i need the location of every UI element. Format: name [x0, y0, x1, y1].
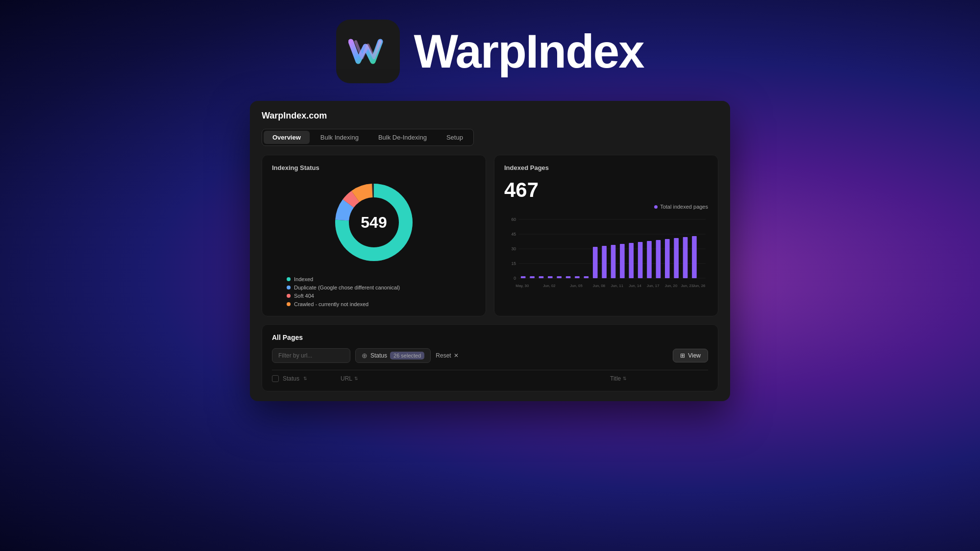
donut-container: 549 Indexed Duplicate (Google chose diff…: [272, 178, 476, 307]
all-pages-title: All Pages: [272, 334, 708, 341]
title-col-label: Title: [610, 375, 621, 382]
donut-legend: Indexed Duplicate (Google chose differen…: [272, 276, 476, 307]
chart-legend-label: Total indexed pages: [660, 204, 708, 210]
svg-rect-32: [674, 238, 679, 278]
svg-text:May, 30: May, 30: [515, 284, 529, 288]
svg-rect-16: [530, 276, 535, 278]
legend-item-indexed: Indexed: [287, 276, 476, 282]
app-icon: [336, 20, 400, 83]
svg-text:Jun, 26: Jun, 26: [693, 284, 706, 288]
legend-label-soft404: Soft 404: [294, 293, 314, 299]
svg-text:Jun, 17: Jun, 17: [647, 284, 659, 288]
legend-dot-soft404: [287, 294, 291, 298]
plus-icon: ⊕: [362, 352, 368, 359]
table-col-url: URL ⇅: [341, 375, 610, 382]
svg-rect-15: [521, 276, 526, 278]
status-col-label: Status: [283, 375, 299, 382]
tab-bulk-indexing[interactable]: Bulk Indexing: [312, 131, 368, 144]
legend-item-crawled: Crawled - currently not indexed: [287, 301, 476, 307]
reset-button[interactable]: Reset ✕: [436, 352, 458, 359]
svg-rect-29: [647, 241, 652, 278]
chart-legend-dot: [654, 205, 658, 209]
svg-rect-20: [566, 276, 571, 278]
svg-text:Jun, 02: Jun, 02: [543, 284, 555, 288]
svg-rect-31: [665, 239, 670, 278]
svg-rect-28: [638, 242, 643, 278]
tab-overview[interactable]: Overview: [264, 131, 310, 144]
svg-rect-30: [656, 240, 661, 278]
legend-dot-crawled: [287, 302, 291, 306]
svg-rect-18: [548, 276, 553, 278]
view-button[interactable]: ⊞ View: [673, 349, 708, 362]
dashboard-panel: WarpIndex.com Overview Bulk Indexing Bul…: [250, 101, 730, 401]
table-col-status: Status ⇅: [272, 375, 341, 382]
reset-x-icon: ✕: [454, 352, 459, 359]
filter-row: Filter by url... ⊕ Status 26 selected Re…: [272, 348, 708, 363]
legend-label-indexed: Indexed: [294, 276, 313, 282]
all-pages-panel: All Pages Filter by url... ⊕ Status 26 s…: [262, 324, 718, 391]
svg-text:45: 45: [512, 232, 516, 237]
url-filter-input[interactable]: Filter by url...: [272, 348, 350, 363]
svg-rect-26: [620, 244, 625, 278]
donut-chart-wrap: 549: [330, 178, 418, 266]
svg-text:Jun, 20: Jun, 20: [665, 284, 678, 288]
legend-label-duplicate: Duplicate (Google chose different canoni…: [294, 285, 400, 290]
url-sort-icon: ⇅: [354, 376, 358, 381]
svg-text:60: 60: [512, 217, 516, 222]
svg-rect-34: [692, 236, 697, 278]
url-col-label: URL: [341, 375, 352, 382]
dashboard-site-name: WarpIndex.com: [262, 111, 718, 121]
indexed-pages-count: 467: [504, 178, 708, 202]
reset-label: Reset: [436, 352, 451, 359]
svg-rect-33: [683, 237, 688, 278]
view-icon: ⊞: [680, 352, 685, 359]
tab-bulk-deindexing[interactable]: Bulk De-Indexing: [369, 131, 436, 144]
svg-text:Jun, 08: Jun, 08: [593, 284, 606, 288]
table-header: Status ⇅ URL ⇅ Title ⇅: [272, 370, 708, 382]
hero-section: WarpIndex: [336, 20, 643, 83]
svg-rect-23: [593, 247, 598, 278]
select-all-checkbox[interactable]: [272, 375, 279, 382]
legend-label-crawled: Crawled - currently not indexed: [294, 301, 368, 307]
status-count-badge: 26 selected: [390, 352, 424, 359]
app-wrapper: WarpIndex WarpIndex.com Overview Bulk In…: [0, 0, 980, 551]
svg-rect-21: [575, 276, 580, 278]
indexing-status-panel: Indexing Status: [262, 155, 486, 316]
svg-text:Jun, 05: Jun, 05: [570, 284, 583, 288]
legend-item-soft404: Soft 404: [287, 293, 476, 299]
chart-legend-row: Total indexed pages: [504, 204, 708, 210]
url-filter-placeholder: Filter by url...: [278, 352, 312, 359]
svg-rect-17: [539, 276, 544, 278]
svg-text:Jun, 14: Jun, 14: [629, 284, 641, 288]
svg-rect-27: [629, 243, 634, 278]
title-sort-icon: ⇅: [623, 376, 627, 381]
indexing-status-title: Indexing Status: [272, 164, 476, 171]
table-col-title: Title ⇅: [610, 375, 708, 382]
donut-center-number: 549: [361, 214, 387, 232]
svg-rect-19: [557, 276, 562, 278]
indexed-pages-panel: Indexed Pages 467 Total indexed pages: [494, 155, 718, 316]
app-logo-svg: [348, 34, 388, 69]
legend-item-duplicate: Duplicate (Google chose different canoni…: [287, 285, 476, 290]
app-title: WarpIndex: [414, 28, 643, 75]
svg-rect-22: [584, 276, 589, 278]
status-label: Status: [370, 352, 387, 359]
svg-text:15: 15: [512, 261, 516, 266]
bar-chart-svg: 60 45 30 15 0: [504, 215, 708, 293]
tab-setup[interactable]: Setup: [438, 131, 472, 144]
svg-text:30: 30: [512, 246, 516, 251]
main-panels-row: Indexing Status: [262, 155, 718, 316]
legend-dot-duplicate: [287, 286, 291, 289]
status-filter-badge[interactable]: ⊕ Status 26 selected: [355, 348, 431, 363]
svg-rect-24: [602, 246, 607, 278]
svg-text:0: 0: [514, 276, 516, 281]
svg-text:Jun, 23: Jun, 23: [681, 284, 694, 288]
status-sort-icon: ⇅: [303, 376, 307, 381]
svg-text:Jun, 11: Jun, 11: [611, 284, 623, 288]
bar-chart-wrap: 60 45 30 15 0: [504, 215, 708, 293]
nav-tabs: Overview Bulk Indexing Bulk De-Indexing …: [262, 129, 474, 146]
indexed-pages-title: Indexed Pages: [504, 164, 708, 171]
svg-rect-25: [611, 245, 616, 278]
view-label: View: [688, 352, 701, 359]
legend-dot-indexed: [287, 277, 291, 281]
